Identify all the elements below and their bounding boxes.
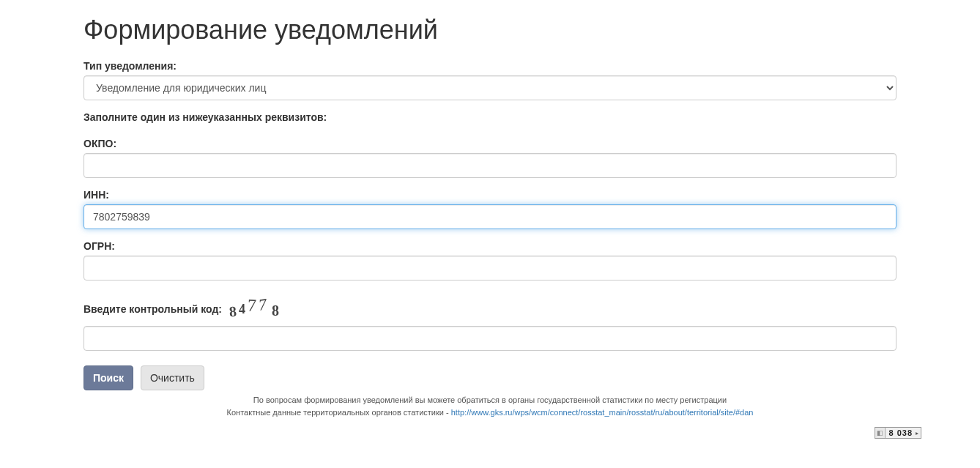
captcha-image: 84778 [229, 299, 281, 319]
captcha-input[interactable] [83, 326, 897, 351]
footer-line1: По вопросам формирования уведомлений вы … [83, 394, 897, 406]
page-title: Формирование уведомлений [83, 15, 897, 45]
okpo-label: ОКПО: [83, 138, 116, 149]
instruction-label: Заполните один из нижеуказанных реквизит… [83, 111, 327, 123]
clear-button[interactable]: Очистить [141, 365, 204, 390]
notification-type-select[interactable]: Уведомление для юридических лиц [83, 75, 897, 100]
search-button[interactable]: Поиск [83, 365, 133, 390]
inn-label: ИНН: [83, 189, 109, 201]
ogrn-input[interactable] [83, 256, 897, 281]
footer-contacts-link[interactable]: http://www.gks.ru/wps/wcm/connect/rossta… [451, 408, 754, 417]
captcha-label: Введите контрольный код: [83, 303, 222, 315]
footer-line2-prefix: Контактные данные территориальных органо… [227, 408, 451, 417]
notification-type-label: Тип уведомления: [83, 60, 177, 72]
inn-input[interactable] [83, 204, 897, 229]
okpo-input[interactable] [83, 153, 897, 178]
footer-line2: Контактные данные территориальных органо… [83, 406, 897, 419]
ogrn-label: ОГРН: [83, 240, 115, 252]
